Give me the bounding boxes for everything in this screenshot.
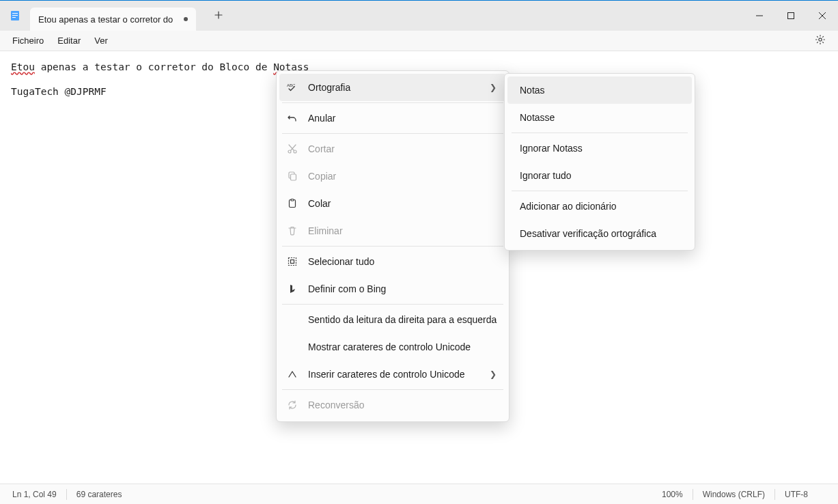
status-eol: Windows (CRLF) — [703, 490, 765, 499]
status-zoom[interactable]: 100% — [662, 490, 683, 499]
bing-icon — [286, 283, 298, 295]
menu-separator — [282, 246, 503, 247]
menu-label: Definir com o Bing — [308, 283, 497, 294]
window-controls — [744, 1, 838, 31]
menu-item-reconversion: Reconversão — [279, 391, 506, 419]
caret-icon — [286, 368, 298, 380]
editor-text: TugaTech @DJPRMF — [11, 86, 107, 97]
trash-icon — [286, 225, 298, 237]
menu-label: Copiar — [308, 171, 497, 182]
menu-label: Ortografia — [308, 82, 480, 93]
status-separator — [774, 489, 775, 500]
copy-icon — [286, 170, 298, 182]
refresh-icon — [286, 399, 298, 411]
svg-rect-13 — [289, 258, 296, 266]
menu-item-insert-unicode[interactable]: Inserir carateres de controlo Unicode ❯ — [279, 361, 506, 388]
menu-separator — [282, 304, 503, 305]
editor-text: apenas a testar o corretor do Bloco de — [35, 61, 273, 72]
menu-separator — [282, 389, 503, 390]
menu-item-add-dictionary[interactable]: Adicionar ao dicionário — [507, 193, 692, 220]
menu-label: Ignorar Notass — [520, 143, 680, 154]
menu-label: Desativar verificação ortográfica — [520, 228, 680, 239]
menu-item-rtl[interactable]: Sentido da leitura da direita para a esq… — [279, 306, 506, 333]
status-cursor-position: Ln 1, Col 49 — [12, 490, 57, 499]
title-bar: Etou apenas a testar o corretor do — [0, 1, 838, 31]
svg-rect-12 — [291, 199, 294, 201]
menu-label: Reconversão — [308, 400, 497, 410]
menu-label: Cortar — [308, 143, 497, 154]
tab-active[interactable]: Etou apenas a testar o corretor do — [30, 8, 196, 31]
select-all-icon — [286, 255, 298, 268]
menu-item-ignore-all[interactable]: Ignorar tudo — [507, 162, 692, 189]
menu-file[interactable]: Ficheiro — [5, 33, 51, 48]
menu-separator — [282, 133, 503, 134]
cut-icon — [286, 143, 298, 155]
menu-item-spelling[interactable]: ABC Ortografia ❯ — [279, 74, 506, 101]
suggestion-item[interactable]: Notas — [507, 76, 692, 104]
menu-separator — [512, 132, 688, 133]
status-separator — [693, 489, 693, 500]
abc-check-icon: ABC — [286, 81, 298, 94]
chevron-right-icon: ❯ — [490, 83, 497, 92]
app-icon — [10, 10, 20, 21]
context-menu: ABC Ortografia ❯ Anular Cortar Copiar Co… — [276, 70, 509, 422]
menu-label: Eliminar — [308, 225, 497, 236]
blank-icon — [286, 313, 298, 326]
spelling-submenu: Notas Notasse Ignorar Notass Ignorar tud… — [504, 73, 695, 251]
tab-title: Etou apenas a testar o corretor do — [38, 14, 173, 25]
new-tab-button[interactable] — [208, 10, 229, 22]
minimize-button[interactable] — [744, 1, 775, 31]
menu-edit[interactable]: Editar — [51, 33, 87, 48]
menu-separator — [282, 102, 503, 103]
menu-label: Ignorar tudo — [520, 170, 680, 181]
menu-label: Sentido da leitura da direita para a esq… — [308, 314, 497, 325]
suggestion-label: Notas — [520, 85, 680, 96]
menu-item-ignore-word[interactable]: Ignorar Notass — [507, 135, 692, 162]
suggestion-label: Notasse — [520, 112, 680, 123]
menu-item-paste[interactable]: Colar — [279, 190, 506, 217]
status-encoding: UTF-8 — [785, 490, 826, 499]
svg-rect-4 — [788, 13, 794, 19]
svg-rect-1 — [12, 13, 18, 14]
tab-modified-indicator — [184, 17, 188, 21]
menu-separator — [512, 191, 688, 191]
suggestion-item[interactable]: Notasse — [507, 104, 692, 131]
status-char-count: 69 carateres — [76, 490, 122, 499]
status-bar: Ln 1, Col 49 69 carateres 100% Windows (… — [0, 484, 838, 504]
settings-button[interactable] — [808, 31, 833, 50]
menu-item-bing[interactable]: Definir com o Bing — [279, 275, 506, 303]
menu-item-copy: Copiar — [279, 163, 506, 190]
menu-item-show-unicode[interactable]: Mostrar carateres de controlo Unicode — [279, 333, 506, 361]
paste-icon — [286, 197, 298, 210]
menu-view[interactable]: Ver — [87, 33, 115, 48]
svg-rect-3 — [12, 17, 16, 18]
close-button[interactable] — [807, 1, 838, 31]
menu-label: Selecionar tudo — [308, 256, 497, 267]
blank-icon — [286, 341, 298, 353]
maximize-button[interactable] — [775, 1, 807, 31]
status-separator — [66, 489, 67, 500]
spell-error-word: Etou — [11, 61, 35, 72]
menu-label: Anular — [308, 113, 497, 124]
menu-label: Mostrar carateres de controlo Unicode — [308, 341, 497, 352]
undo-icon — [286, 112, 298, 124]
svg-rect-14 — [291, 260, 294, 264]
menu-label: Colar — [308, 198, 497, 209]
menu-label: Adicionar ao dicionário — [520, 201, 680, 212]
menu-bar: Ficheiro Editar Ver — [0, 31, 838, 51]
svg-rect-2 — [12, 15, 18, 16]
menu-item-select-all[interactable]: Selecionar tudo — [279, 248, 506, 275]
menu-item-delete: Eliminar — [279, 217, 506, 244]
menu-item-disable-spellcheck[interactable]: Desativar verificação ortográfica — [507, 220, 692, 247]
svg-point-5 — [819, 38, 822, 41]
menu-label: Inserir carateres de controlo Unicode — [308, 369, 480, 380]
menu-item-cut: Cortar — [279, 135, 506, 163]
menu-item-undo[interactable]: Anular — [279, 104, 506, 132]
chevron-right-icon: ❯ — [490, 369, 497, 379]
svg-rect-10 — [291, 174, 296, 180]
